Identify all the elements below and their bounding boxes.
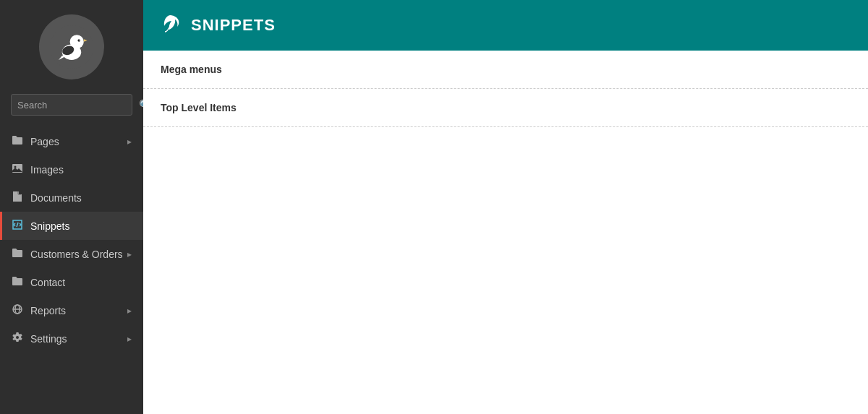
snippet-icon [12,219,23,233]
sidebar-item-label: Snippets [30,220,69,232]
page-title: SNIPPETS [191,16,276,35]
sidebar-item-reports[interactable]: Reports ▸ [0,296,143,324]
sidebar-item-label: Pages [30,136,59,147]
sidebar-item-label: Settings [30,333,67,345]
sidebar-item-images[interactable]: Images [0,155,143,184]
document-icon [12,191,23,204]
sidebar-item-settings[interactable]: Settings ▸ [0,324,143,353]
chevron-right-icon: ▸ [127,306,132,316]
sidebar-item-label: Contact [30,277,65,288]
chevron-right-icon: ▸ [127,249,132,259]
globe-icon [12,303,23,317]
svg-point-13 [16,336,19,339]
chevron-right-icon: ▸ [127,334,132,344]
nav-menu: Pages ▸ Images Documents Snippets [0,127,143,353]
svg-point-5 [79,40,80,40]
content-item-mega-menus[interactable]: Mega menus [143,51,868,89]
main-content: SNIPPETS Mega menus Top Level Items [143,0,868,414]
sidebar-item-contact[interactable]: Contact [0,268,143,296]
sidebar-item-snippets[interactable]: Snippets [0,212,143,240]
sidebar-item-label: Documents [30,192,82,204]
folder-icon [12,134,23,148]
sidebar-item-customers-orders[interactable]: Customers & Orders ▸ [0,240,143,268]
search-container[interactable]: 🔍 [11,94,132,116]
content-item-top-level-items[interactable]: Top Level Items [143,89,868,127]
sidebar-item-documents[interactable]: Documents [0,184,143,212]
leaf-icon [161,13,181,38]
page-header: SNIPPETS [143,0,868,51]
contact-icon [12,275,23,289]
sidebar-item-label: Reports [30,305,66,316]
search-input[interactable] [17,100,139,111]
sidebar-item-pages[interactable]: Pages ▸ [0,127,143,155]
image-icon [12,163,23,176]
customers-icon [12,247,23,261]
sidebar-item-label: Customers & Orders [30,249,123,260]
sidebar-item-label: Images [30,164,64,176]
chevron-right-icon: ▸ [127,137,132,147]
gear-icon [12,332,23,345]
content-area: Mega menus Top Level Items [143,51,868,414]
bird-icon [50,25,93,69]
svg-point-4 [77,39,80,42]
sidebar: 🔍 Pages ▸ Images Documents Snip [0,0,143,414]
avatar [39,14,104,79]
